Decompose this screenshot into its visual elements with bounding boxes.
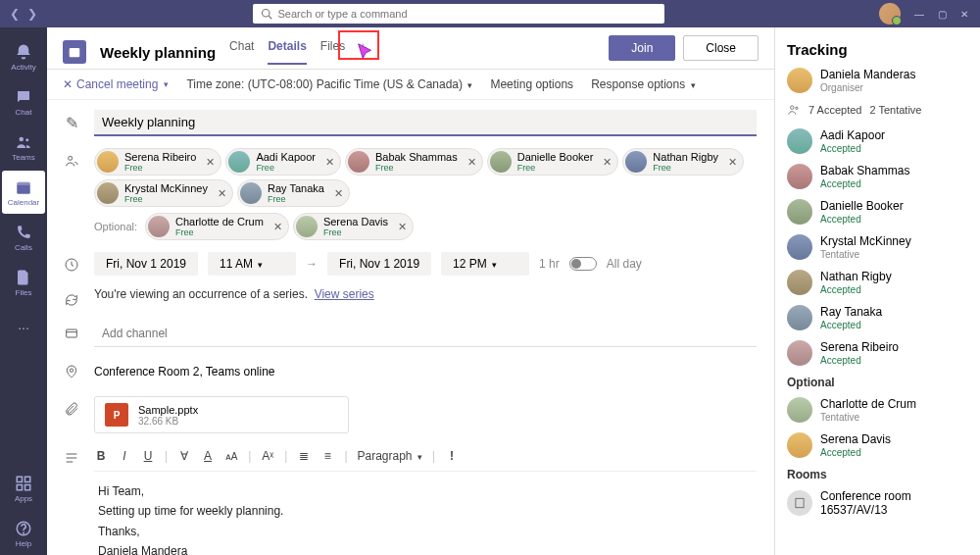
response-options-selector[interactable]: Response options ▾ — [591, 77, 695, 91]
important-button[interactable]: ! — [445, 449, 459, 463]
svg-rect-8 — [17, 484, 22, 489]
attendee-name: Serena Davis — [323, 216, 388, 227]
svg-rect-7 — [25, 477, 30, 481]
timezone-label: Time zone: (UTC-08:00) Pacific Time (US … — [186, 77, 463, 91]
minimize-icon[interactable]: — — [914, 9, 924, 20]
end-time-field[interactable]: 12 PM ▾ — [441, 252, 529, 276]
remove-icon[interactable]: ✕ — [325, 156, 334, 169]
app-rail: Activity Chat Teams Calendar Calls Files… — [0, 27, 47, 555]
tab-chat[interactable]: Chat — [229, 39, 254, 65]
attendee-status: Free — [124, 194, 208, 204]
avatar — [490, 151, 512, 173]
nav-back-icon[interactable]: ❮ — [10, 7, 20, 21]
view-series-link[interactable]: View series — [315, 287, 374, 301]
remove-icon[interactable]: ✕ — [334, 187, 343, 200]
rail-label: Activity — [11, 63, 35, 72]
rail-files[interactable]: Files — [0, 261, 47, 304]
remove-icon[interactable]: ✕ — [273, 221, 282, 233]
attendee-chip[interactable]: Nathan RigbyFree✕ — [622, 148, 744, 176]
attendee-name: Babak Shammas — [375, 151, 458, 163]
meeting-form: ✎ Serena RibeiroFree✕Aadi KapoorFree✕Bab… — [47, 100, 774, 555]
description-body[interactable]: Hi Team,Setting up time for weekly plann… — [94, 472, 757, 555]
italic-button[interactable]: I — [118, 449, 131, 463]
font-size-button[interactable]: ᴀA — [224, 451, 238, 462]
channel-input[interactable] — [94, 321, 757, 347]
person-name: Babak Shammas — [820, 164, 909, 177]
nav-forward-icon[interactable]: ❯ — [27, 7, 37, 21]
title-input[interactable] — [94, 110, 757, 136]
tracking-row: Nathan RigbyAccepted — [787, 270, 968, 295]
text-color-button[interactable]: A — [201, 449, 215, 463]
underline-button[interactable]: U — [141, 449, 155, 463]
rail-calendar[interactable]: Calendar — [2, 171, 45, 214]
self-avatar[interactable] — [879, 3, 901, 25]
avatar — [348, 151, 369, 173]
remove-icon[interactable]: ✕ — [398, 221, 407, 233]
end-date-field[interactable]: Fri, Nov 1 2019 — [327, 252, 431, 276]
people-icon — [787, 103, 801, 117]
cancel-label: Cancel meeting — [76, 77, 158, 91]
attendee-chip[interactable]: Aadi KapoorFree✕ — [225, 148, 341, 176]
rail-more[interactable]: ··· — [0, 306, 47, 349]
rail-chat[interactable]: Chat — [0, 80, 47, 124]
cancel-meeting-button[interactable]: ✕ Cancel meeting ▾ — [63, 77, 169, 91]
attendee-chip[interactable]: Babak ShammasFree✕ — [345, 148, 483, 176]
remove-icon[interactable]: ✕ — [218, 187, 226, 200]
tracking-row: Serena RibeiroAccepted — [787, 340, 968, 366]
remove-icon[interactable]: ✕ — [603, 156, 612, 169]
svg-rect-23 — [796, 499, 804, 508]
rail-teams[interactable]: Teams — [0, 126, 47, 169]
person-status: Accepted — [820, 214, 904, 225]
required-attendees[interactable]: Serena RibeiroFree✕Aadi KapoorFree✕Babak… — [94, 148, 757, 207]
remove-icon[interactable]: ✕ — [467, 156, 476, 169]
svg-point-3 — [25, 138, 28, 141]
meeting-header: Weekly planning Chat Details Files + Joi… — [47, 27, 774, 70]
attendee-status: Free — [175, 227, 264, 237]
bullet-list-button[interactable]: ≣ — [297, 449, 311, 463]
person-name: Ray Tanaka — [820, 305, 882, 319]
maximize-icon[interactable]: ▢ — [938, 9, 947, 20]
person-status: Tentative — [820, 249, 911, 260]
rail-help[interactable]: Help — [0, 512, 47, 555]
optional-attendees[interactable]: Optional: Charlotte de CrumFree✕Serena D… — [94, 213, 757, 240]
attendee-chip[interactable]: Serena RibeiroFree✕ — [94, 148, 221, 176]
timezone-selector[interactable]: Time zone: (UTC-08:00) Pacific Time (US … — [186, 77, 472, 91]
accepted-count: 7 Accepted — [808, 104, 861, 116]
edit-icon: ✎ — [63, 114, 80, 131]
attendee-chip[interactable]: Ray TanakaFree✕ — [237, 179, 350, 207]
person-name: Krystal McKinney — [820, 234, 911, 248]
attendee-status: Free — [653, 163, 718, 173]
number-list-button[interactable]: ≡ — [320, 449, 334, 463]
start-time-field[interactable]: 11 AM ▾ — [208, 252, 296, 276]
rail-activity[interactable]: Activity — [0, 35, 47, 78]
tab-files[interactable]: Files — [320, 39, 345, 65]
close-button[interactable]: Close — [683, 35, 759, 61]
bold-button[interactable]: B — [94, 449, 108, 463]
search-input[interactable] — [278, 8, 657, 20]
attendee-chip[interactable]: Krystal McKinneyFree✕ — [94, 179, 233, 207]
rail-calls[interactable]: Calls — [0, 216, 47, 259]
join-button[interactable]: Join — [609, 35, 675, 61]
meeting-options-link[interactable]: Meeting options — [490, 77, 573, 91]
close-window-icon[interactable]: ✕ — [960, 9, 968, 20]
strike-button[interactable]: ∀ — [177, 449, 191, 463]
allday-label: All day — [607, 257, 642, 271]
allday-toggle[interactable] — [569, 257, 597, 271]
start-date-field[interactable]: Fri, Nov 1 2019 — [94, 252, 198, 276]
organiser-status: Organiser — [820, 82, 915, 93]
attachment-item[interactable]: P Sample.pptx 32.66 KB — [94, 396, 349, 433]
location-field[interactable]: Conference Room 2, Teams online — [94, 359, 757, 384]
paragraph-selector[interactable]: Paragraph ▾ — [358, 449, 422, 463]
svg-point-17 — [70, 369, 73, 372]
rail-apps[interactable]: Apps — [0, 467, 47, 510]
attendee-chip[interactable]: Serena DavisFree✕ — [293, 213, 414, 240]
attendee-chip[interactable]: Charlotte de CrumFree✕ — [145, 213, 289, 240]
search-box[interactable] — [253, 4, 664, 24]
attendee-chip[interactable]: Danielle BookerFree✕ — [487, 148, 619, 176]
remove-icon[interactable]: ✕ — [206, 156, 215, 169]
remove-icon[interactable]: ✕ — [728, 156, 737, 169]
avatar — [787, 68, 812, 93]
clear-format-button[interactable]: Aᵡ — [261, 449, 274, 463]
add-tab-button[interactable]: + — [359, 39, 367, 65]
tab-details[interactable]: Details — [268, 39, 306, 65]
